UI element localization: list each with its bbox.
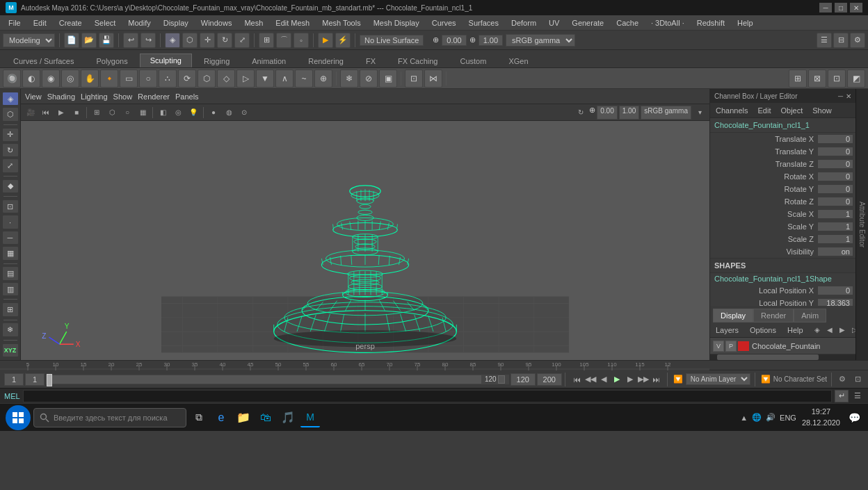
frame-start-input[interactable] <box>4 373 24 386</box>
shape-channel-local-x[interactable]: Local Position X 0 <box>710 284 855 297</box>
channel-translate-z[interactable]: Translate Z 0 <box>710 158 855 170</box>
vp-xray-button[interactable]: ◧ <box>156 106 170 120</box>
cb-tab-show[interactable]: Show <box>810 105 835 116</box>
sculpt-flatten-button[interactable]: ▭ <box>120 70 138 88</box>
layer-v-button[interactable]: V <box>713 341 724 352</box>
menu-surfaces[interactable]: Surfaces <box>463 17 504 28</box>
face-button[interactable]: ▦ <box>2 246 19 260</box>
tab-rigging[interactable]: Rigging <box>193 54 240 67</box>
channel-rotate-y[interactable]: Rotate Y 0 <box>710 183 855 195</box>
symmetry-button[interactable]: ⋈ <box>424 70 442 88</box>
taskbar-search[interactable]: Введите здесь текст для поиска <box>33 408 186 427</box>
sculpt-spray-button[interactable]: ∴ <box>159 70 177 88</box>
menu-cache[interactable]: Cache <box>611 17 644 28</box>
viewport-canvas[interactable]: X Y Z persp <box>21 121 709 360</box>
vp-ao-button[interactable]: ◍ <box>222 106 236 120</box>
vp-menu-view[interactable]: View <box>25 92 42 101</box>
sculpt-push-button[interactable]: 🔘 <box>3 70 21 88</box>
tab-xgen[interactable]: XGen <box>498 54 538 67</box>
maximize-button[interactable]: □ <box>835 3 847 13</box>
select-tool-button[interactable]: ◈ <box>165 33 180 48</box>
vp-menu-renderer[interactable]: Renderer <box>138 92 170 101</box>
vp-shadow-button[interactable]: ● <box>207 106 220 120</box>
timeline-slider[interactable]: 120 <box>46 375 509 384</box>
anim-layer-select[interactable]: No Anim Layer <box>686 373 750 385</box>
channel-scale-x[interactable]: Scale X 1 <box>710 208 855 220</box>
snap-grid-button[interactable]: ⊞ <box>259 33 274 48</box>
shape-channel-local-y[interactable]: Local Position Y 18.363 <box>710 297 855 306</box>
vp-menu-shading[interactable]: Shading <box>47 92 75 101</box>
play-range-end[interactable]: 120 <box>511 373 536 386</box>
menu-redshift[interactable]: Redshift <box>691 17 730 28</box>
minimize-button[interactable]: ─ <box>819 3 832 13</box>
vp-menu-panels[interactable]: Panels <box>175 92 199 101</box>
sculpt-extra2-button[interactable]: ⊠ <box>808 70 826 88</box>
menu-mesh[interactable]: Mesh <box>239 17 268 28</box>
rotate-tool-button[interactable]: ↻ <box>217 33 232 48</box>
prev-key-button[interactable]: ◀ <box>597 373 610 386</box>
media-icon[interactable]: 🎵 <box>278 408 298 427</box>
timeline-settings-icon[interactable]: ⚙ <box>836 373 849 386</box>
menu-deform[interactable]: Deform <box>506 17 542 28</box>
menu-help[interactable]: Help <box>732 17 759 28</box>
channel-box-toggle[interactable]: ☰ <box>817 33 832 48</box>
task-view-button[interactable]: ⧉ <box>189 408 209 427</box>
layer-new-icon[interactable]: ◈ <box>812 325 823 336</box>
lt-tab-options[interactable]: Options <box>747 325 779 336</box>
quick-layout-button[interactable]: ▤ <box>2 266 19 280</box>
explorer-icon[interactable]: 📁 <box>234 408 253 427</box>
layer-arrow-right-icon[interactable]: ▶ <box>837 325 848 336</box>
sculpt-wax-button[interactable]: ◇ <box>217 70 235 88</box>
select-mode-button[interactable]: ◈ <box>2 92 19 106</box>
snap-button[interactable]: ⊞ <box>2 302 19 316</box>
tab-custom[interactable]: Custom <box>450 54 497 67</box>
sculpt-pinch-button[interactable]: 🔸 <box>100 70 118 88</box>
tab-polygons[interactable]: Polygons <box>86 54 138 67</box>
tab-fx[interactable]: FX <box>355 54 386 67</box>
menu-curves[interactable]: Curves <box>426 17 462 28</box>
vp-menu-show[interactable]: Show <box>113 92 133 101</box>
display-tab-anim[interactable]: Anim <box>794 309 826 322</box>
goto-start-button[interactable]: ⏮ <box>571 373 584 386</box>
layer-row[interactable]: V P Chocolate_Fountain <box>710 338 855 354</box>
menu-file[interactable]: File <box>3 17 26 28</box>
scale-button[interactable]: ⤢ <box>2 158 19 172</box>
script-submit-button[interactable]: ↵ <box>835 390 849 402</box>
layer-arrow-left-icon[interactable]: ◀ <box>824 325 835 336</box>
window-controls[interactable]: ─ □ ✕ <box>819 3 862 13</box>
vp-wireframe-button[interactable]: ⬡ <box>105 106 119 120</box>
cb-minimize-icon[interactable]: ─ <box>838 92 843 100</box>
vp-lights-button[interactable]: 💡 <box>186 106 200 120</box>
undo-button[interactable]: ↩ <box>123 33 138 48</box>
script-input[interactable] <box>23 390 832 402</box>
vp-menu-lighting[interactable]: Lighting <box>81 92 108 101</box>
display-tab-render[interactable]: Render <box>753 309 794 322</box>
snap-point-button[interactable]: ◦ <box>294 33 309 48</box>
move-tool-button[interactable]: ✛ <box>200 33 215 48</box>
gamma-select[interactable]: sRGB gamma <box>506 34 575 47</box>
display-tab-display[interactable]: Display <box>713 309 753 322</box>
vertex-button[interactable]: · <box>2 215 19 229</box>
windows-start-button[interactable] <box>6 405 31 430</box>
play-button[interactable]: ▶ <box>611 373 623 386</box>
new-file-button[interactable]: 📄 <box>64 33 79 48</box>
sculpt-pull-button[interactable]: ◐ <box>22 70 40 88</box>
layout2-button[interactable]: ▥ <box>2 282 19 296</box>
menu-mesh-display[interactable]: Mesh Display <box>368 17 425 28</box>
menu-display[interactable]: Display <box>158 17 194 28</box>
vp-isolate-button[interactable]: ◎ <box>171 106 185 120</box>
attribute-editor-tab[interactable]: Attribute Editor <box>855 89 868 360</box>
tray-volume-icon[interactable]: 🔊 <box>766 413 775 422</box>
sculpt-smooth-button[interactable]: ◉ <box>42 70 60 88</box>
vp-dof-button[interactable]: ⊙ <box>237 106 251 120</box>
render-button[interactable]: ▶ <box>318 33 333 48</box>
transform-button[interactable]: ✛ <box>2 128 19 142</box>
menu-edit-mesh[interactable]: Edit Mesh <box>270 17 315 28</box>
channel-translate-x[interactable]: Translate X 0 <box>710 133 855 145</box>
ipr-button[interactable]: ⚡ <box>335 33 351 48</box>
cb-tab-object[interactable]: Object <box>778 105 805 116</box>
close-button[interactable]: ✕ <box>850 3 862 13</box>
channel-translate-y[interactable]: Translate Y 0 <box>710 145 855 158</box>
rotate-button[interactable]: ↻ <box>2 143 19 157</box>
sculpt-grab-button[interactable]: ✋ <box>81 70 99 88</box>
